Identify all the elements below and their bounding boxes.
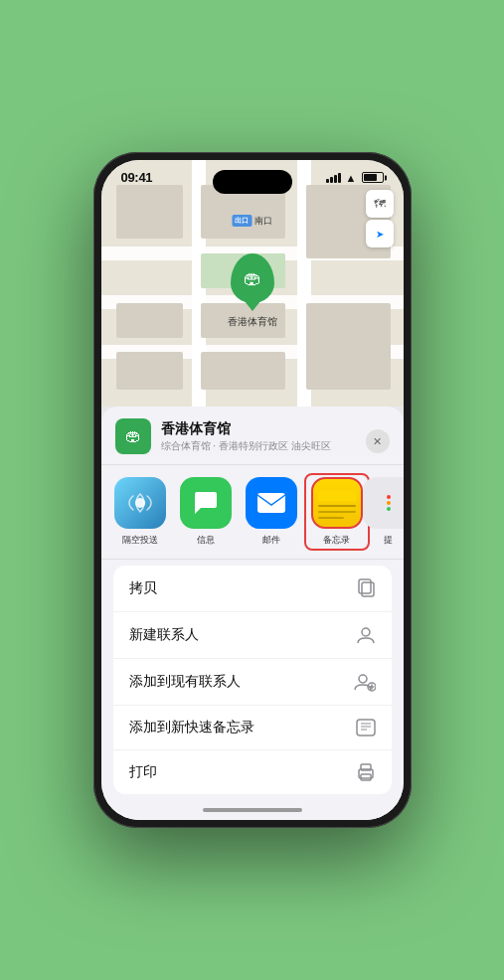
share-row: 隔空投送 信息	[101, 465, 404, 560]
action-copy-text: 拷贝	[129, 579, 157, 597]
venue-avatar-icon: 🏟	[125, 427, 141, 445]
phone-screen: 09:41 ▲	[101, 160, 404, 820]
action-print-text: 打印	[129, 763, 157, 781]
notes-icon	[311, 477, 363, 529]
map-block-6	[201, 352, 285, 389]
dynamic-island	[213, 170, 292, 194]
svg-rect-1	[257, 493, 285, 513]
add-contact-icon	[354, 672, 376, 692]
message-svg	[191, 488, 221, 518]
map-block-3	[116, 303, 183, 338]
action-list: 拷贝 新建联系人 添加到现有联系人	[113, 566, 392, 794]
location-marker[interactable]: 🏟 香港体育馆	[228, 253, 277, 329]
svg-point-5	[359, 675, 367, 683]
map-entrance-label: 出口 南口	[232, 215, 272, 228]
share-item-mail[interactable]: 邮件	[243, 477, 300, 547]
map-type-button[interactable]: 🗺	[366, 190, 394, 218]
notes-line-3	[318, 517, 345, 519]
map-block-8	[306, 303, 391, 390]
airdrop-label: 隔空投送	[122, 534, 158, 547]
venue-info: 香港体育馆 综合体育馆 · 香港特别行政区 油尖旺区	[161, 420, 390, 453]
venue-header: 🏟 香港体育馆 综合体育馆 · 香港特别行政区 油尖旺区 ✕	[101, 418, 404, 465]
action-copy[interactable]: 拷贝	[113, 566, 392, 612]
copy-icon	[358, 578, 376, 598]
dot-orange	[387, 501, 391, 505]
share-item-airdrop[interactable]: 隔空投送	[111, 477, 169, 547]
notes-label: 备忘录	[323, 534, 350, 547]
signal-bars-icon	[326, 173, 341, 183]
stadium-icon: 🏟	[244, 268, 261, 289]
dot-red	[387, 495, 391, 499]
dot-green	[387, 507, 391, 511]
map-block-1	[116, 185, 183, 240]
svg-rect-2	[362, 582, 374, 596]
signal-bar-4	[338, 173, 341, 183]
notes-lines-container	[313, 484, 361, 523]
action-new-contact-text: 新建联系人	[129, 626, 199, 644]
quick-notes-icon	[356, 719, 376, 736]
marker-label: 香港体育馆	[228, 315, 277, 329]
home-indicator	[101, 800, 404, 820]
svg-rect-9	[357, 720, 375, 735]
map-label-badge: 出口	[232, 215, 252, 227]
mail-label: 邮件	[262, 534, 280, 547]
map-block-5	[116, 352, 183, 389]
venue-avatar: 🏟	[115, 418, 151, 454]
signal-bar-2	[330, 177, 333, 183]
action-add-notes[interactable]: 添加到新快速备忘录	[113, 706, 392, 750]
action-add-notes-text: 添加到新快速备忘录	[129, 719, 254, 736]
more-dots	[387, 495, 391, 511]
status-icons: ▲	[326, 172, 384, 184]
battery-icon	[362, 172, 384, 183]
svg-point-4	[362, 628, 370, 636]
more-icon	[363, 477, 404, 529]
map-area[interactable]: 出口 南口 🏟 香港体育馆 🗺 ➤	[101, 160, 404, 407]
action-print[interactable]: 打印	[113, 750, 392, 794]
message-icon	[180, 477, 232, 529]
map-controls: 🗺 ➤	[366, 190, 394, 247]
status-time: 09:41	[121, 170, 153, 185]
signal-bar-3	[334, 175, 337, 183]
marker-pin: 🏟	[231, 253, 274, 303]
svg-rect-15	[361, 774, 371, 780]
map-background: 出口 南口 🏟 香港体育馆 🗺 ➤	[101, 160, 404, 407]
battery-fill	[364, 174, 378, 181]
airdrop-svg	[126, 489, 154, 517]
location-arrow-icon: ➤	[376, 229, 384, 240]
print-icon	[356, 763, 376, 781]
notes-line-2	[318, 511, 356, 513]
map-label-text: 南口	[254, 215, 272, 228]
wifi-icon: ▲	[346, 172, 357, 184]
message-label: 信息	[197, 534, 215, 547]
new-contact-icon	[356, 625, 376, 645]
location-button[interactable]: ➤	[366, 220, 394, 247]
share-item-more[interactable]: 提	[374, 477, 404, 547]
home-bar	[203, 808, 302, 812]
svg-rect-3	[359, 579, 371, 593]
mail-svg	[256, 492, 286, 514]
more-label: 提	[384, 534, 393, 547]
venue-name: 香港体育馆	[161, 420, 390, 438]
action-add-existing-text: 添加到现有联系人	[129, 673, 241, 691]
phone-frame: 09:41 ▲	[93, 152, 412, 828]
airdrop-icon	[114, 477, 166, 529]
share-item-message[interactable]: 信息	[177, 477, 235, 547]
action-new-contact[interactable]: 新建联系人	[113, 612, 392, 659]
bottom-sheet: 🏟 香港体育馆 综合体育馆 · 香港特别行政区 油尖旺区 ✕	[101, 407, 404, 820]
venue-subtitle: 综合体育馆 · 香港特别行政区 油尖旺区	[161, 439, 390, 453]
mail-icon	[246, 477, 297, 529]
close-button[interactable]: ✕	[366, 429, 390, 453]
action-add-existing[interactable]: 添加到现有联系人	[113, 659, 392, 706]
notes-line-1	[318, 505, 356, 507]
share-item-notes[interactable]: 备忘录	[308, 477, 366, 547]
notes-header	[318, 491, 356, 501]
signal-bar-1	[326, 179, 329, 183]
